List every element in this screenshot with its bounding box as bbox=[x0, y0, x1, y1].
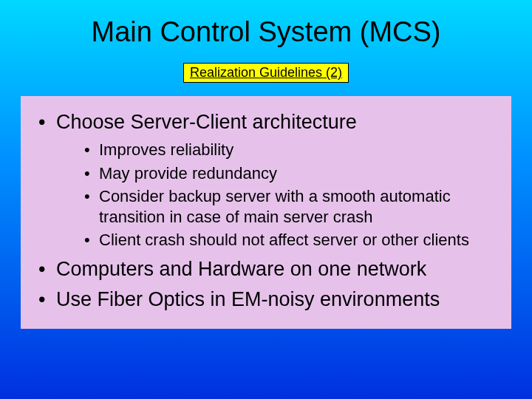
list-item: Computers and Hardware on one network bbox=[35, 258, 497, 281]
subtitle-wrap: Realization Guidelines (2) bbox=[0, 63, 532, 83]
list-item: Client crash should not affect server or… bbox=[84, 230, 497, 250]
list-item: Use Fiber Optics in EM-noisy environment… bbox=[35, 288, 497, 311]
list-item: Improves reliability bbox=[84, 140, 497, 160]
list-item: Consider backup server with a smooth aut… bbox=[84, 186, 497, 227]
content-box: Choose Server-Client architecture Improv… bbox=[21, 96, 511, 329]
page-title: Main Control System (MCS) bbox=[0, 0, 532, 48]
main-list: Choose Server-Client architecture Improv… bbox=[35, 111, 497, 311]
list-item: Choose Server-Client architecture Improv… bbox=[35, 111, 497, 250]
list-item: May provide redundancy bbox=[84, 163, 497, 184]
subtitle-badge: Realization Guidelines (2) bbox=[183, 63, 349, 83]
sub-list: Improves reliability May provide redunda… bbox=[56, 140, 497, 250]
bullet-text: Choose Server-Client architecture bbox=[56, 111, 357, 133]
slide: Main Control System (MCS) Realization Gu… bbox=[0, 0, 532, 399]
